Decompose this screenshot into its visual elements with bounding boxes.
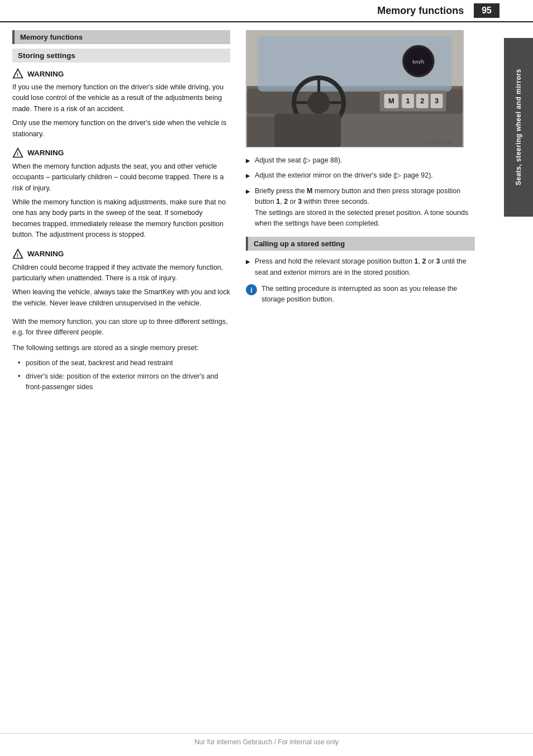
svg-text:km/h: km/h xyxy=(412,59,424,65)
warning-title-2: ! WARNING xyxy=(12,147,230,159)
warning-block-1: ! WARNING If you use the memory function… xyxy=(12,68,230,140)
info-icon: i xyxy=(246,284,257,295)
warning1-text1: If you use the memory function on the dr… xyxy=(12,82,230,114)
calling-arrow-list: Press and hold the relevant storage posi… xyxy=(246,256,475,278)
warning-block-2: ! WARNING When the memory function adjus… xyxy=(12,147,230,241)
calling-section-header: Calling up a stored setting xyxy=(246,237,475,251)
warning-block-3: ! WARNING Children could become trapped … xyxy=(12,248,230,309)
list-item: Briefly press the M memory button and th… xyxy=(246,186,475,229)
section-storing-settings: Storing settings xyxy=(12,49,230,63)
footer: Nur für internen Gebrauch / For internal… xyxy=(0,733,533,746)
warning-title-3: ! WARNING xyxy=(12,248,230,260)
bullet-list: position of the seat, backrest and head … xyxy=(18,358,230,393)
body-text-1: With the memory function, you can store … xyxy=(12,317,230,338)
list-item: Adjust the seat (▷ page 88). xyxy=(246,155,475,166)
svg-text:!: ! xyxy=(17,151,18,157)
left-column: Memory functions Storing settings ! WARN… xyxy=(0,30,240,398)
list-item: Press and hold the relevant storage posi… xyxy=(246,256,475,278)
warning1-text2: Only use the memory function on the driv… xyxy=(12,118,230,140)
side-tab: Seats, steering wheel and mirrors xyxy=(504,38,533,217)
list-item: Adjust the exterior mirror on the driver… xyxy=(246,170,475,181)
car-image: M 1 2 3 km/h P51-3604-31 xyxy=(246,30,464,147)
page-number: 95 xyxy=(474,3,499,18)
svg-text:M: M xyxy=(388,97,394,105)
list-item: driver's side: position of the exterior … xyxy=(18,371,230,393)
arrow-list-right: Adjust the seat (▷ page 88). Adjust the … xyxy=(246,155,475,229)
svg-text:2: 2 xyxy=(420,97,424,105)
warning-icon-2: ! xyxy=(12,147,23,159)
info-block: i The setting procedure is interrupted a… xyxy=(246,284,475,305)
warning-icon-3: ! xyxy=(12,248,23,260)
page-header: Memory functions 95 xyxy=(0,0,533,22)
warning2-text1: When the memory function adjusts the sea… xyxy=(12,161,230,194)
list-item: position of the seat, backrest and head … xyxy=(18,358,230,369)
svg-text:3: 3 xyxy=(435,97,439,105)
header-title: Memory functions xyxy=(377,5,464,17)
svg-text:!: ! xyxy=(17,72,18,78)
warning3-text1: Children could become trapped if they ac… xyxy=(12,262,230,284)
svg-text:!: ! xyxy=(17,252,18,258)
svg-text:P51-3604-31: P51-3604-31 xyxy=(423,140,452,145)
warning-title-1: ! WARNING xyxy=(12,68,230,79)
warning-icon-1: ! xyxy=(12,68,23,79)
svg-text:1: 1 xyxy=(406,97,410,105)
info-text: The setting procedure is interrupted as … xyxy=(261,284,475,305)
right-column: M 1 2 3 km/h P51-3604-31 xyxy=(240,30,508,398)
warning2-text2: While the memory function is making adju… xyxy=(12,197,230,241)
svg-point-8 xyxy=(308,92,330,114)
warning3-text2: When leaving the vehicle, always take th… xyxy=(12,287,230,309)
section-memory-functions: Memory functions xyxy=(12,30,230,44)
svg-rect-23 xyxy=(274,114,341,147)
main-content: Memory functions Storing settings ! WARN… xyxy=(0,22,533,398)
body-text-2: The following settings are stored as a s… xyxy=(12,343,230,353)
